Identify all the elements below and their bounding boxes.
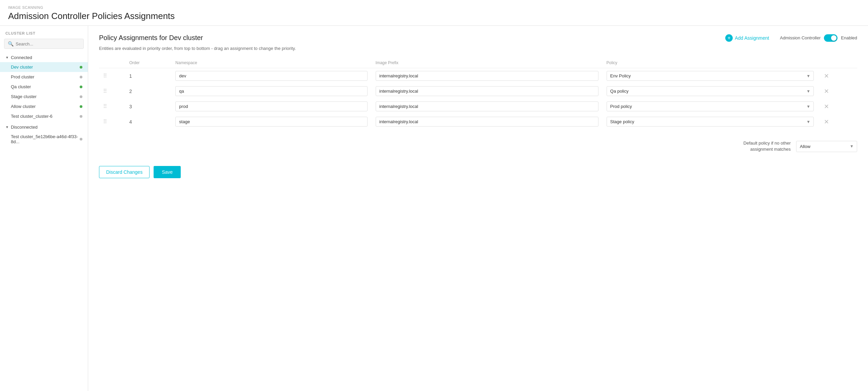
remove-row-button[interactable]: ✕ <box>822 102 831 111</box>
main-content: Policy Assignments for Dev cluster + Add… <box>88 26 868 391</box>
cluster-item-prod[interactable]: Prod cluster <box>0 72 88 82</box>
cluster-dot-stage <box>80 95 82 98</box>
cluster-dot-disconnected1 <box>80 138 82 141</box>
drag-handle[interactable]: ⠿ <box>103 104 106 109</box>
page-title: Admission Controller Policies Assignment… <box>8 11 860 21</box>
cluster-group-connected: ▼ Connected Dev cluster Prod cluster Qa … <box>0 53 88 121</box>
default-policy-select-wrap: Allow Deny ▼ <box>796 141 857 152</box>
cluster-name-prod: Prod cluster <box>11 74 34 79</box>
order-number: 1 <box>129 73 132 79</box>
table-row: ⠿ 4 Stage policy Env Policy Qa policy Pr… <box>99 114 857 129</box>
cluster-item-allow[interactable]: Allow cluster <box>0 101 88 111</box>
group-label-connected: Connected <box>11 55 32 60</box>
th-policy: Policy <box>603 58 818 68</box>
cluster-name-allow: Allow cluster <box>11 104 36 109</box>
policy-select[interactable]: Stage policy Env Policy Qa policy Prod p… <box>607 117 814 127</box>
th-prefix: Image Prefix <box>372 58 603 68</box>
default-policy-label: Default policy if no other assignment ma… <box>723 140 791 152</box>
cluster-dot-dev <box>80 66 82 69</box>
cluster-name-stage: Stage cluster <box>11 94 37 99</box>
group-label-disconnected: Disconnected <box>11 125 38 130</box>
order-number: 3 <box>129 104 132 109</box>
cluster-dot-test6 <box>80 115 82 118</box>
page-header: IMAGE SCANNING Admission Controller Poli… <box>0 0 868 26</box>
table-row: ⠿ 1 Env Policy Env Policy Qa policy Prod… <box>99 68 857 84</box>
policy-select-wrap: Env Policy Env Policy Qa policy Prod pol… <box>607 71 814 81</box>
remove-row-button[interactable]: ✕ <box>822 117 831 126</box>
order-number: 4 <box>129 119 132 125</box>
image-prefix-input[interactable] <box>376 71 598 81</box>
cluster-name-test6: Test cluster_cluster-6 <box>11 114 53 119</box>
cluster-dot-prod <box>80 76 82 78</box>
image-prefix-input[interactable] <box>376 86 598 96</box>
add-icon: + <box>725 34 733 42</box>
drag-handle[interactable]: ⠿ <box>103 73 106 79</box>
policy-select-wrap: Prod policy Env Policy Qa policy Prod po… <box>607 101 814 111</box>
policy-select-wrap: Qa policy Env Policy Qa policy Prod poli… <box>607 86 814 96</box>
content-header: Policy Assignments for Dev cluster + Add… <box>99 34 857 42</box>
cluster-item-qa[interactable]: Qa cluster <box>0 82 88 92</box>
toggle-thumb <box>831 35 836 41</box>
toggle-switch[interactable] <box>824 34 837 42</box>
admission-controller-toggle: Admission Controller Enabled <box>780 34 857 42</box>
search-input[interactable] <box>16 41 80 46</box>
subtitle: Entities are evaluated in priority order… <box>99 46 857 51</box>
cluster-dot-qa <box>80 86 82 88</box>
add-assignment-button[interactable]: + Add Assignment <box>725 34 769 42</box>
search-icon: 🔍 <box>8 41 14 46</box>
cluster-name-qa: Qa cluster <box>11 84 31 89</box>
app-container: IMAGE SCANNING Admission Controller Poli… <box>0 0 868 391</box>
discard-changes-button[interactable]: Discard Changes <box>99 166 150 178</box>
th-drag <box>99 58 125 68</box>
drag-handle[interactable]: ⠿ <box>103 119 106 125</box>
default-policy-row: Default policy if no other assignment ma… <box>99 140 857 152</box>
image-prefix-input[interactable] <box>376 117 598 127</box>
cluster-group-disconnected: ▼ Disconnected Test cluster_5e12b6be-a46… <box>0 123 88 147</box>
remove-row-button[interactable]: ✕ <box>822 87 831 96</box>
table-row: ⠿ 3 Prod policy Env Policy Qa policy Pro… <box>99 99 857 114</box>
namespace-input[interactable] <box>175 71 367 81</box>
cluster-dot-allow <box>80 105 82 108</box>
cluster-name-disconnected1: Test cluster_5e12b6be-a46d-4f33-8d... <box>11 134 80 144</box>
policy-select[interactable]: Prod policy Env Policy Qa policy Prod po… <box>607 101 814 111</box>
content-title: Policy Assignments for Dev cluster <box>99 34 725 42</box>
namespace-input[interactable] <box>175 101 367 111</box>
group-header-disconnected[interactable]: ▼ Disconnected <box>0 123 88 132</box>
namespace-input[interactable] <box>175 86 367 96</box>
toggle-track <box>824 34 837 42</box>
cluster-item-test6[interactable]: Test cluster_cluster-6 <box>0 111 88 121</box>
group-header-connected[interactable]: ▼ Connected <box>0 53 88 62</box>
cluster-item-disconnected1[interactable]: Test cluster_5e12b6be-a46d-4f33-8d... <box>0 132 88 147</box>
default-policy-select[interactable]: Allow Deny <box>796 141 857 152</box>
cluster-item-dev[interactable]: Dev cluster <box>0 62 88 72</box>
search-box[interactable]: 🔍 <box>4 39 84 49</box>
image-prefix-input[interactable] <box>376 101 598 111</box>
footer-actions: Discard Changes Save <box>99 163 857 178</box>
cluster-item-stage[interactable]: Stage cluster <box>0 92 88 101</box>
order-number: 2 <box>129 89 132 94</box>
save-button[interactable]: Save <box>154 166 181 178</box>
breadcrumb: IMAGE SCANNING <box>8 5 860 10</box>
sidebar-section-label: CLUSTER LIST <box>0 31 88 39</box>
policy-select[interactable]: Env Policy Env Policy Qa policy Prod pol… <box>607 71 814 81</box>
main-layout: CLUSTER LIST 🔍 ▼ Connected Dev cluster P… <box>0 26 868 391</box>
chevron-down-icon: ▼ <box>5 56 9 59</box>
toggle-enabled-label: Enabled <box>841 35 857 40</box>
policy-select[interactable]: Qa policy Env Policy Qa policy Prod poli… <box>607 86 814 96</box>
policy-select-wrap: Stage policy Env Policy Qa policy Prod p… <box>607 117 814 127</box>
sidebar: CLUSTER LIST 🔍 ▼ Connected Dev cluster P… <box>0 26 88 391</box>
th-order: Order <box>125 58 171 68</box>
th-namespace: Namespace <box>171 58 371 68</box>
remove-row-button[interactable]: ✕ <box>822 72 831 80</box>
chevron-down-icon-disconnected: ▼ <box>5 125 9 129</box>
assignments-table: Order Namespace Image Prefix Policy ⠿ 1 <box>99 58 857 129</box>
cluster-name-dev: Dev cluster <box>11 64 33 70</box>
admission-controller-label: Admission Controller <box>780 35 821 40</box>
th-action <box>818 58 857 68</box>
namespace-input[interactable] <box>175 117 367 127</box>
table-row: ⠿ 2 Qa policy Env Policy Qa policy Prod … <box>99 83 857 99</box>
add-assignment-label: Add Assignment <box>735 35 769 41</box>
drag-handle[interactable]: ⠿ <box>103 88 106 94</box>
